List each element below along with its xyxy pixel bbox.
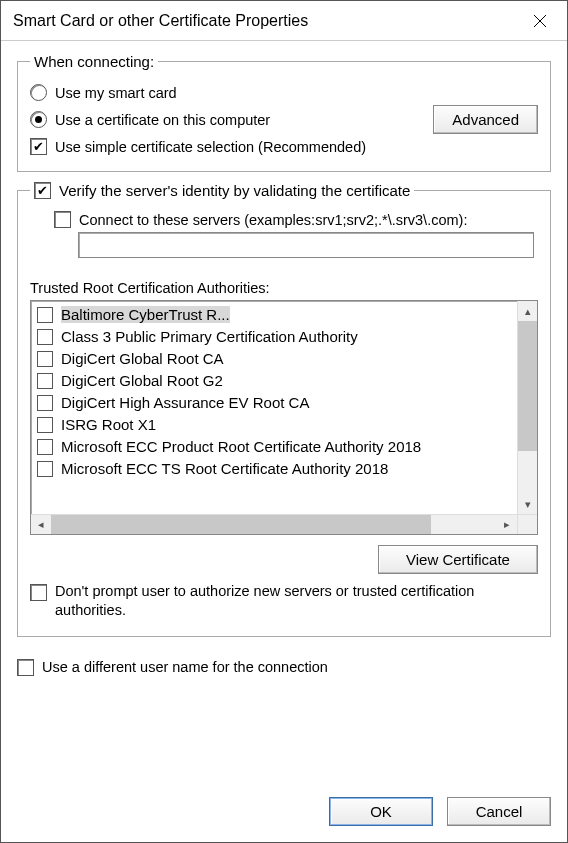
- list-item-label: Class 3 Public Primary Certification Aut…: [61, 328, 358, 345]
- close-icon: [533, 14, 547, 28]
- dont-prompt-option[interactable]: Don't prompt user to authorize new serve…: [30, 582, 538, 620]
- trusted-ca-heading: Trusted Root Certification Authorities:: [30, 280, 538, 296]
- radio-icon: [30, 84, 47, 101]
- list-item-label: Baltimore CyberTrust R...: [61, 306, 230, 323]
- list-item-label: Microsoft ECC Product Root Certificate A…: [61, 438, 421, 455]
- simple-selection-label: Use simple certificate selection (Recomm…: [55, 139, 366, 155]
- when-connecting-legend: When connecting:: [30, 53, 158, 70]
- checkbox-unchecked-icon[interactable]: [37, 395, 53, 411]
- checkbox-unchecked-icon[interactable]: [37, 307, 53, 323]
- verify-server-label: Verify the server's identity by validati…: [59, 182, 410, 199]
- scroll-thumb[interactable]: [518, 321, 537, 451]
- checkbox-unchecked-icon[interactable]: [37, 417, 53, 433]
- checkbox-unchecked-icon[interactable]: [37, 351, 53, 367]
- list-item[interactable]: Microsoft ECC Product Root Certificate A…: [31, 435, 517, 457]
- advanced-button[interactable]: Advanced: [433, 105, 538, 134]
- list-item[interactable]: DigiCert Global Root CA: [31, 347, 517, 369]
- list-item-label: DigiCert Global Root G2: [61, 372, 223, 389]
- scroll-down-icon[interactable]: ▾: [518, 494, 537, 514]
- checkbox-unchecked-icon: [17, 659, 34, 676]
- list-item-label: ISRG Root X1: [61, 416, 156, 433]
- servers-input[interactable]: [78, 232, 534, 258]
- dialog-footer: OK Cancel: [1, 789, 567, 842]
- when-connecting-group: When connecting: Use my smart card Use a…: [17, 53, 551, 172]
- connect-servers-option[interactable]: Connect to these servers (examples:srv1;…: [54, 211, 538, 228]
- scroll-thumb[interactable]: [51, 515, 431, 534]
- dont-prompt-label: Don't prompt user to authorize new serve…: [55, 582, 538, 620]
- different-username-option[interactable]: Use a different user name for the connec…: [17, 659, 551, 676]
- use-computer-cert-label: Use a certificate on this computer: [55, 112, 270, 128]
- use-computer-cert-option[interactable]: Use a certificate on this computer Advan…: [30, 105, 538, 134]
- trusted-ca-list[interactable]: Baltimore CyberTrust R... Class 3 Public…: [30, 300, 538, 535]
- list-item[interactable]: DigiCert High Assurance EV Root CA: [31, 391, 517, 413]
- titlebar: Smart Card or other Certificate Properti…: [1, 1, 567, 41]
- list-item-label: DigiCert High Assurance EV Root CA: [61, 394, 309, 411]
- checkbox-unchecked-icon[interactable]: [37, 439, 53, 455]
- list-item[interactable]: Class 3 Public Primary Certification Aut…: [31, 325, 517, 347]
- list-item-label: DigiCert Global Root CA: [61, 350, 224, 367]
- dialog-content: When connecting: Use my smart card Use a…: [1, 41, 567, 789]
- list-item[interactable]: ISRG Root X1: [31, 413, 517, 435]
- horizontal-scrollbar[interactable]: ◂ ▸: [31, 514, 537, 534]
- use-smartcard-option[interactable]: Use my smart card: [30, 84, 538, 101]
- list-item-label: Microsoft ECC TS Root Certificate Author…: [61, 460, 388, 477]
- view-certificate-button[interactable]: View Certificate: [378, 545, 538, 574]
- checkbox-checked-icon: [34, 182, 51, 199]
- simple-selection-option[interactable]: Use simple certificate selection (Recomm…: [30, 138, 538, 155]
- verify-server-option[interactable]: Verify the server's identity by validati…: [30, 182, 414, 199]
- window-title: Smart Card or other Certificate Properti…: [13, 12, 517, 30]
- checkbox-unchecked-icon[interactable]: [37, 329, 53, 345]
- connect-servers-label: Connect to these servers (examples:srv1;…: [79, 212, 467, 228]
- cancel-button[interactable]: Cancel: [447, 797, 551, 826]
- checkbox-unchecked-icon: [30, 584, 47, 601]
- scroll-corner: [517, 515, 537, 534]
- checkbox-checked-icon: [30, 138, 47, 155]
- close-button[interactable]: [517, 1, 563, 40]
- list-item[interactable]: Microsoft ECC TS Root Certificate Author…: [31, 457, 517, 479]
- checkbox-unchecked-icon[interactable]: [37, 373, 53, 389]
- vertical-scrollbar[interactable]: ▴ ▾: [517, 301, 537, 514]
- checkbox-unchecked-icon[interactable]: [37, 461, 53, 477]
- verify-server-group: Verify the server's identity by validati…: [17, 182, 551, 637]
- scroll-right-icon[interactable]: ▸: [497, 515, 517, 534]
- use-smartcard-label: Use my smart card: [55, 85, 177, 101]
- ca-list-items: Baltimore CyberTrust R... Class 3 Public…: [31, 301, 517, 514]
- list-item[interactable]: DigiCert Global Root G2: [31, 369, 517, 391]
- list-item[interactable]: Baltimore CyberTrust R...: [31, 303, 517, 325]
- radio-selected-icon: [30, 111, 47, 128]
- ok-button[interactable]: OK: [329, 797, 433, 826]
- scroll-up-icon[interactable]: ▴: [518, 301, 537, 321]
- dialog-window: Smart Card or other Certificate Properti…: [0, 0, 568, 843]
- checkbox-unchecked-icon: [54, 211, 71, 228]
- scroll-left-icon[interactable]: ◂: [31, 515, 51, 534]
- different-username-label: Use a different user name for the connec…: [42, 659, 328, 675]
